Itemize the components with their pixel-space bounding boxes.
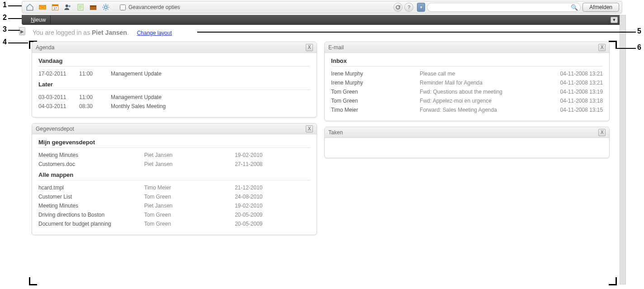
- email-inbox-label: Inbox: [331, 57, 603, 66]
- svg-rect-7: [90, 5, 96, 6]
- callout-3: 3: [3, 25, 7, 33]
- svg-point-4: [69, 5, 71, 8]
- email-subject: Fwd: Questions about the meeting: [420, 89, 549, 95]
- close-icon[interactable]: X: [306, 44, 313, 51]
- callout-line: [8, 30, 20, 31]
- callout-line: [8, 5, 22, 6]
- callout-1: 1: [3, 1, 7, 9]
- login-prefix: You are logged in as: [33, 29, 92, 36]
- tasks-title: Taken: [328, 129, 343, 136]
- depot-date: 19-02-2010: [235, 152, 310, 158]
- depot-owner: Tom Green: [144, 194, 235, 200]
- search-input[interactable]: [427, 3, 581, 12]
- email-row[interactable]: Tom GreenFwd: Questions about the meetin…: [331, 87, 603, 96]
- depot-all-label: Alle mappen: [38, 171, 310, 180]
- agenda-row[interactable]: 03-03-201111:00Management Update: [38, 93, 310, 102]
- tasks-panel: Taken X: [324, 127, 610, 158]
- depot-owner: Tom Green: [144, 221, 235, 227]
- callout-2: 2: [3, 14, 7, 22]
- depot-row[interactable]: Meeting MinutesPiet Jansen19-02-2010: [38, 151, 310, 160]
- email-date: 04-11-2008 13:15: [549, 107, 603, 113]
- email-row[interactable]: Irene MurphyReminder Mail for Agenda04-1…: [331, 78, 603, 87]
- close-icon[interactable]: X: [598, 44, 606, 51]
- depot-name: Meeting Minutes: [38, 152, 144, 158]
- contacts-icon[interactable]: [63, 2, 73, 12]
- calendar-icon[interactable]: 17: [50, 2, 60, 12]
- email-subject: Please call me: [420, 71, 549, 77]
- advanced-options-checkbox[interactable]: Geavanceerde opties: [120, 4, 180, 10]
- email-date: 04-11-2008 13:18: [549, 98, 603, 104]
- svg-point-3: [66, 5, 68, 7]
- help-button[interactable]: ?: [404, 3, 413, 12]
- settings-icon[interactable]: [101, 2, 111, 12]
- panel-bar: Nieuw ▼: [22, 15, 622, 25]
- agenda-today-label: Vandaag: [38, 57, 310, 66]
- svg-rect-1: [52, 5, 58, 6]
- email-subject: Reminder Mail for Agenda: [420, 80, 549, 86]
- agenda-date: 03-03-2011: [38, 94, 79, 100]
- agenda-time: 11:00: [79, 94, 111, 100]
- home-icon[interactable]: [25, 2, 35, 12]
- panelbar-dropdown[interactable]: ▼: [611, 17, 618, 23]
- logout-button[interactable]: Afmelden: [582, 3, 619, 12]
- depot-owner: Piet Jansen: [144, 161, 235, 167]
- advanced-options-label: Geavanceerde opties: [128, 4, 180, 10]
- email-from: Irene Murphy: [331, 71, 420, 77]
- depot-date: 21-12-2010: [235, 185, 310, 191]
- expand-sidebar-tab[interactable]: ▶: [19, 27, 25, 35]
- email-date: 04-11-2008 13:21: [549, 80, 603, 86]
- change-layout-link[interactable]: Change layout: [137, 30, 172, 36]
- email-panel: E-mail X Inbox Irene MurphyPlease call m…: [324, 42, 610, 121]
- depot-date: 24-08-2010: [235, 194, 310, 200]
- login-info: You are logged in as Piet Jansen. Change…: [33, 29, 617, 36]
- depot-name: Driving directions to Boston: [38, 212, 144, 218]
- agenda-date: 17-02-2011: [38, 71, 79, 77]
- close-icon[interactable]: X: [598, 129, 606, 136]
- overview-content: Agenda X Vandaag 17-02-201111:00Manageme…: [32, 42, 614, 285]
- depot-row[interactable]: Document for budget planningTom Green20-…: [38, 219, 310, 228]
- email-row[interactable]: Tom GreenFwd: Appelez-moi en urgence04-1…: [331, 96, 603, 105]
- agenda-later-label: Later: [38, 81, 310, 90]
- depot-owner: Piet Jansen: [144, 152, 235, 158]
- email-from: Timo Meier: [331, 107, 420, 113]
- depot-row[interactable]: Customer ListTom Green24-08-2010: [38, 192, 310, 201]
- mail-icon[interactable]: [38, 2, 47, 12]
- depot-row[interactable]: Customers.docPiet Jansen27-11-2008: [38, 160, 310, 169]
- depot-name: Meeting Minutes: [38, 203, 144, 209]
- email-from: Irene Murphy: [331, 80, 420, 86]
- search-scope-dropdown[interactable]: ▾: [417, 3, 425, 12]
- callout-6: 6: [637, 43, 641, 52]
- infostore-panel: Gegevensdepot X Mijn gegevensdepot Meeti…: [32, 123, 317, 235]
- depot-date: 20-05-2009: [235, 212, 310, 218]
- infostore-title: Gegevensdepot: [36, 126, 74, 132]
- agenda-panel: Agenda X Vandaag 17-02-201111:00Manageme…: [32, 42, 317, 118]
- infostore-icon[interactable]: [88, 2, 98, 12]
- agenda-subject: Management Update: [111, 71, 310, 77]
- email-row[interactable]: Timo MeierForward: Sales Meeting Agenda0…: [331, 105, 603, 114]
- email-title: E-mail: [328, 44, 344, 51]
- depot-name: Customer List: [38, 194, 144, 200]
- depot-row[interactable]: Driving directions to BostonTom Green20-…: [38, 210, 310, 219]
- depot-row[interactable]: hcard.tmplTimo Meier21-12-2010: [38, 183, 310, 192]
- new-menu[interactable]: Nieuw: [26, 16, 51, 24]
- svg-point-8: [104, 6, 107, 9]
- depot-name: Document for budget planning: [38, 221, 144, 227]
- callout-5: 5: [637, 27, 641, 35]
- advanced-options-input[interactable]: [120, 5, 126, 10]
- depot-row[interactable]: Meeting MinutesPiet Jansen19-02-2010: [38, 201, 310, 210]
- svg-text:17: 17: [53, 7, 57, 10]
- depot-owner: Timo Meier: [144, 185, 235, 191]
- refresh-button[interactable]: [393, 3, 402, 12]
- login-user: Piet Jansen: [92, 29, 127, 36]
- agenda-row[interactable]: 17-02-201111:00Management Update: [38, 69, 310, 78]
- close-icon[interactable]: X: [306, 125, 313, 133]
- tasks-icon[interactable]: [76, 2, 85, 12]
- agenda-subject: Management Update: [111, 94, 310, 100]
- email-row[interactable]: Irene MurphyPlease call me04-11-2008 13:…: [331, 69, 603, 78]
- search-icon[interactable]: 🔍: [571, 4, 578, 11]
- agenda-row[interactable]: 04-03-201108:30Monthly Sales Meeting: [38, 102, 310, 111]
- right-sidebar-strip[interactable]: [620, 15, 626, 284]
- email-date: 04-11-2008 13:21: [549, 71, 603, 77]
- depot-mine-label: Mijn gegevensdepot: [38, 139, 310, 148]
- agenda-time: 08:30: [79, 103, 111, 109]
